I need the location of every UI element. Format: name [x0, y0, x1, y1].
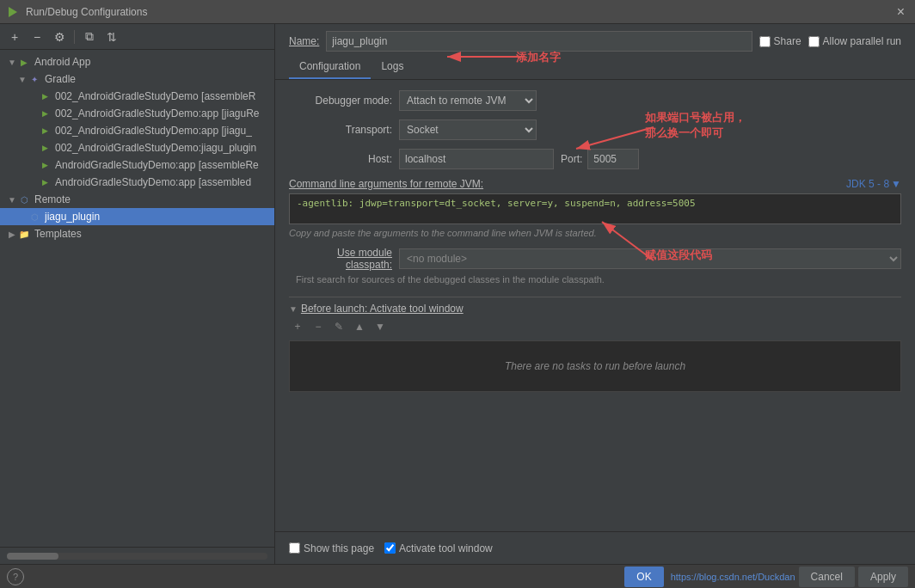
module-row: Use module classpath: <no module>: [289, 247, 901, 271]
before-launch-toolbar: + − ✎ ▲ ▼: [289, 318, 901, 335]
url-hint: https://blog.csdn.net/Duckdan: [671, 572, 795, 582]
module-section: Use module classpath: <no module> First …: [289, 247, 901, 285]
titlebar-title: Run/Debug Configurations: [26, 6, 147, 18]
show-page-checkbox[interactable]: [289, 542, 300, 554]
before-launch-section: ▼ Before launch: Activate tool window + …: [289, 297, 901, 392]
add-task-button[interactable]: +: [289, 318, 306, 335]
run-config-icon: ▶: [38, 89, 52, 103]
run-config-icon: ▶: [38, 141, 52, 155]
expand-arrow-templates-icon: ▶: [7, 230, 17, 239]
debugger-mode-select[interactable]: Attach to remote JVM Listen to remote JV…: [399, 90, 537, 111]
port-input[interactable]: [587, 149, 639, 169]
main-content: + − ⚙ ⧉ ⇅ ▼: [0, 24, 915, 564]
debugger-mode-label: Debugger mode:: [289, 95, 392, 107]
activate-tool-checkbox[interactable]: [384, 542, 396, 554]
configuration-form: Debugger mode: Attach to remote JVM List…: [275, 80, 915, 531]
tab-configuration[interactable]: Configuration: [289, 55, 371, 79]
run-config-icon: ▶: [38, 158, 52, 172]
svg-marker-0: [9, 7, 17, 17]
right-panel-wrapper: Name: Share Allow parallel run: [275, 24, 915, 564]
module-select[interactable]: <no module>: [399, 248, 901, 269]
cmd-hint: Copy and paste the arguments to the comm…: [289, 228, 901, 238]
transport-row: Transport: Socket Shared memory: [289, 119, 901, 140]
cmd-label: Command line arguments for remote JVM:: [289, 178, 483, 190]
activate-tool-checkbox-label[interactable]: Activate tool window: [384, 542, 493, 554]
transport-select[interactable]: Socket Shared memory: [399, 119, 537, 140]
left-scrollbar-area: [0, 547, 274, 564]
close-button[interactable]: ×: [894, 4, 908, 20]
chevron-down-icon: ▼: [891, 178, 901, 190]
run-config-icon: ▶: [38, 175, 52, 189]
right-panel: Name: Share Allow parallel run: [275, 24, 915, 564]
remote-icon: ⬡: [17, 193, 31, 206]
ok-cancel-area: OK https://blog.csdn.net/Duckdan Cancel …: [624, 567, 908, 587]
parallel-checkbox-label[interactable]: Allow parallel run: [808, 35, 901, 47]
list-item[interactable]: ▶ 002_AndroidGradleStudyDemo:jiagu_plugi…: [0, 139, 274, 156]
run-config-icon: ▶: [38, 124, 52, 138]
before-launch-toggle-icon[interactable]: ▼: [289, 304, 298, 314]
config-tabs: Configuration Logs: [275, 55, 915, 80]
list-item[interactable]: ▶ AndroidGradleStudyDemo:app [assembleRe: [0, 156, 274, 174]
name-label: Name:: [289, 35, 319, 47]
move-down-button[interactable]: ▼: [372, 318, 389, 335]
list-item[interactable]: ▶ AndroidGradleStudyDemo:app [assembled: [0, 174, 274, 191]
folder-icon: 📁: [17, 227, 31, 241]
tree-group-remote[interactable]: ▼ ⬡ Remote: [0, 191, 274, 208]
titlebar: Run/Debug Configurations ×: [0, 0, 915, 24]
cancel-button[interactable]: Cancel: [799, 567, 855, 587]
add-config-button[interactable]: +: [5, 28, 24, 46]
left-toolbar: + − ⚙ ⧉ ⇅: [0, 24, 274, 50]
parallel-checkbox[interactable]: [808, 36, 820, 47]
run-debug-configurations-window: Run/Debug Configurations × + − ⚙ ⧉: [0, 0, 915, 588]
sort-config-button[interactable]: ⇅: [102, 28, 121, 46]
share-checkbox[interactable]: [759, 36, 771, 47]
tree-group-gradle[interactable]: ▼ ✦ Gradle: [0, 70, 274, 88]
port-label: Port:: [561, 153, 582, 165]
ok-button[interactable]: OK: [624, 567, 663, 587]
cmd-header: Command line arguments for remote JVM: J…: [289, 178, 901, 190]
apply-button[interactable]: Apply: [858, 567, 908, 587]
before-launch-title: Before launch: Activate tool window: [301, 303, 464, 315]
host-input[interactable]: [399, 149, 554, 169]
bottom-bar: ? OK https://blog.csdn.net/Duckdan Cance…: [0, 564, 915, 588]
list-item[interactable]: ▶ 002_AndroidGradleStudyDemo:app [jiaguR…: [0, 105, 274, 122]
remote-config-icon: ⬡: [28, 210, 41, 224]
horizontal-scrollbar[interactable]: [7, 553, 267, 560]
left-panel: + − ⚙ ⧉ ⇅ ▼: [0, 24, 275, 564]
copy-config-button[interactable]: ⧉: [80, 28, 99, 46]
footer-checkboxes: Show this page Activate tool window: [275, 531, 915, 564]
expand-arrow-remote-icon: ▼: [7, 195, 17, 205]
scrollbar-thumb: [7, 553, 58, 560]
tree-group-templates[interactable]: ▶ 📁 Templates: [0, 225, 274, 242]
tree-group-android-app[interactable]: ▼ ▶ Android App: [0, 53, 274, 70]
help-button[interactable]: ?: [7, 568, 24, 585]
toolbar-separator: [74, 30, 75, 44]
edit-config-button[interactable]: ⚙: [50, 28, 69, 46]
module-label: Use module classpath:: [289, 247, 392, 271]
tab-logs[interactable]: Logs: [371, 55, 414, 79]
list-item[interactable]: ▶ 002_AndroidGradleStudyDemo:app [jiagu_: [0, 122, 274, 139]
gradle-icon: ✦: [28, 72, 41, 86]
name-input[interactable]: [326, 31, 752, 52]
edit-task-button[interactable]: ✎: [330, 318, 347, 335]
debugger-mode-row: Debugger mode: Attach to remote JVM List…: [289, 90, 901, 111]
expand-arrow-icon: ▼: [7, 58, 17, 67]
cmd-section: Command line arguments for remote JVM: J…: [289, 178, 901, 238]
move-up-button[interactable]: ▲: [351, 318, 368, 335]
share-checkbox-label[interactable]: Share: [759, 35, 801, 47]
jdk-link[interactable]: JDK 5 - 8 ▼: [846, 178, 901, 190]
remove-task-button[interactable]: −: [310, 318, 327, 335]
list-item[interactable]: ▶ 002_AndroidGradleStudyDemo [assembleR: [0, 88, 274, 105]
config-tree: ▼ ▶ Android App ▼ ✦ Gradle ▶ 002_Android…: [0, 50, 274, 547]
android-icon: ▶: [17, 55, 31, 69]
tree-item-jiagu-plugin[interactable]: ⬡ jiagu_plugin: [0, 208, 274, 225]
name-row: Name: Share Allow parallel run: [275, 24, 915, 55]
remove-config-button[interactable]: −: [28, 28, 46, 46]
share-area: Share Allow parallel run: [759, 35, 901, 47]
show-page-checkbox-label[interactable]: Show this page: [289, 542, 374, 554]
host-port-row: Host: Port:: [289, 149, 901, 169]
cmd-textarea[interactable]: -agentlib: jdwp=transport=dt_socket, ser…: [289, 193, 901, 224]
run-icon: [7, 5, 21, 19]
host-label: Host:: [289, 153, 392, 165]
module-hint: First search for sources of the debugged…: [296, 274, 901, 285]
